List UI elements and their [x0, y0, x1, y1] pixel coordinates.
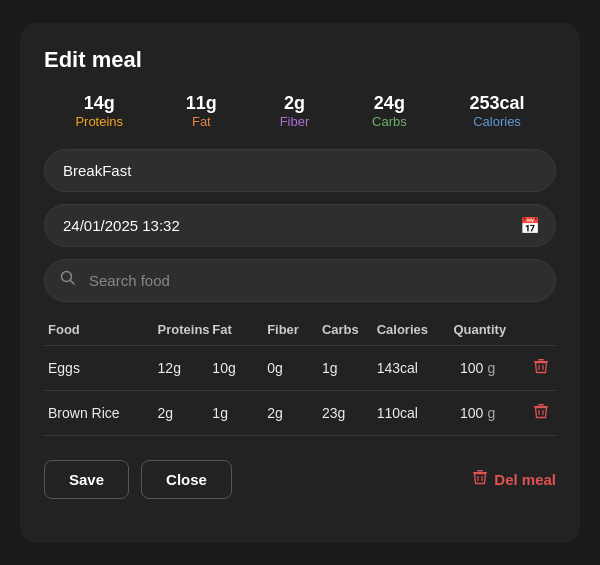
svg-rect-3	[538, 359, 544, 361]
close-button[interactable]: Close	[141, 460, 232, 499]
save-button[interactable]: Save	[44, 460, 129, 499]
search-input[interactable]	[44, 259, 556, 302]
search-wrapper	[44, 259, 556, 302]
row-fat: 10g	[212, 360, 267, 376]
macro-fat: 11g Fat	[186, 93, 217, 129]
carbs-value: 24g	[374, 93, 405, 114]
macro-proteins: 14g Proteins	[75, 93, 123, 129]
row-fiber: 2g	[267, 405, 322, 421]
fat-label: Fat	[192, 114, 211, 129]
header-quantity: Quantity	[453, 322, 530, 337]
trash-icon	[472, 469, 488, 489]
row-food: Eggs	[48, 360, 158, 376]
carbs-label: Carbs	[372, 114, 407, 129]
table-row: Eggs 12g 10g 0g 1g 143cal 100 g	[44, 345, 556, 390]
del-meal-button[interactable]: Del meal	[472, 469, 556, 489]
calories-value: 253cal	[469, 93, 524, 114]
header-fiber: Fiber	[267, 322, 322, 337]
macro-carbs: 24g Carbs	[372, 93, 407, 129]
macro-calories: 253cal Calories	[469, 93, 524, 129]
datetime-input[interactable]	[44, 204, 556, 247]
proteins-value: 14g	[84, 93, 115, 114]
row-carbs: 1g	[322, 360, 377, 376]
search-icon	[60, 270, 76, 290]
header-proteins: Proteins	[158, 322, 213, 337]
svg-line-1	[71, 281, 75, 285]
row-quantity: 100 g	[453, 405, 530, 421]
svg-rect-7	[538, 404, 544, 406]
fiber-value: 2g	[284, 93, 305, 114]
delete-row-button[interactable]	[530, 358, 552, 378]
row-proteins: 12g	[158, 360, 213, 376]
row-fiber: 0g	[267, 360, 322, 376]
calories-label: Calories	[473, 114, 521, 129]
fat-value: 11g	[186, 93, 217, 114]
table-header: Food Proteins Fat Fiber Carbs Calories Q…	[44, 322, 556, 337]
header-fat: Fat	[212, 322, 267, 337]
meal-name-input[interactable]	[44, 149, 556, 192]
macros-row: 14g Proteins 11g Fat 2g Fiber 24g Carbs …	[44, 93, 556, 129]
edit-meal-modal: Edit meal 14g Proteins 11g Fat 2g Fiber …	[20, 23, 580, 543]
del-meal-label: Del meal	[494, 471, 556, 488]
header-carbs: Carbs	[322, 322, 377, 337]
svg-rect-11	[477, 470, 483, 472]
header-food: Food	[48, 322, 158, 337]
macro-fiber: 2g Fiber	[280, 93, 310, 129]
row-proteins: 2g	[158, 405, 213, 421]
datetime-wrapper: 📅	[44, 204, 556, 247]
modal-title: Edit meal	[44, 47, 556, 73]
row-food: Brown Rice	[48, 405, 158, 421]
header-calories: Calories	[377, 322, 454, 337]
table-row: Brown Rice 2g 1g 2g 23g 110cal 100 g	[44, 390, 556, 436]
row-calories: 110cal	[377, 405, 454, 421]
fiber-label: Fiber	[280, 114, 310, 129]
food-table: Eggs 12g 10g 0g 1g 143cal 100 g Brown Ri…	[44, 345, 556, 436]
footer: Save Close Del meal	[44, 460, 556, 499]
row-fat: 1g	[212, 405, 267, 421]
proteins-label: Proteins	[75, 114, 123, 129]
row-carbs: 23g	[322, 405, 377, 421]
row-quantity: 100 g	[453, 360, 530, 376]
row-calories: 143cal	[377, 360, 454, 376]
delete-row-button[interactable]	[530, 403, 552, 423]
header-action	[530, 322, 552, 337]
